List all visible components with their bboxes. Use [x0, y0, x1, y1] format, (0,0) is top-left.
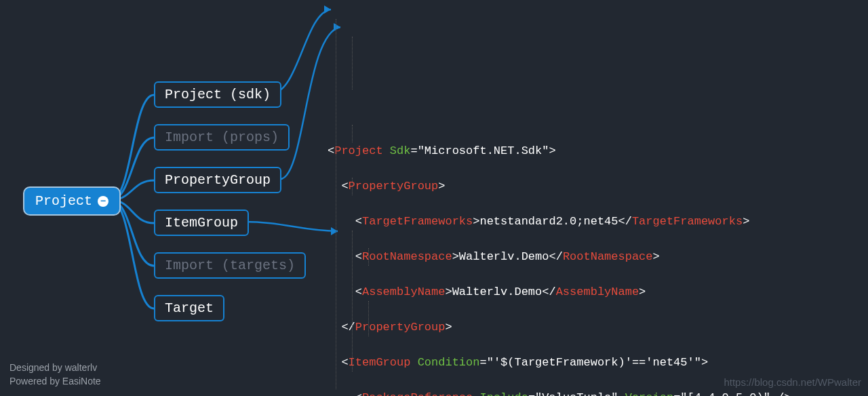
code-line: <AssemblyName>Walterlv.Demo</AssemblyNam…	[328, 283, 805, 301]
watermark-url: https://blog.csdn.net/WPwalter	[724, 376, 861, 388]
code-line: <RootNamespace>Walterlv.Demo</RootNamesp…	[328, 248, 805, 266]
node-import-props[interactable]: Import (props)	[154, 124, 290, 151]
xml-code-block: <Project Sdk="Microsoft.NET.Sdk"> <Prope…	[328, 1, 805, 396]
code-line: </PropertyGroup>	[328, 319, 805, 336]
root-node-project[interactable]: Project −	[23, 186, 121, 216]
footer-line1: Designed by walterlv	[9, 361, 101, 374]
code-line: <Project Sdk="Microsoft.NET.Sdk">	[328, 142, 805, 160]
node-itemgroup[interactable]: ItemGroup	[154, 210, 249, 236]
footer-credits: Designed by walterlv Powered by EasiNote	[9, 361, 101, 388]
node-import-targets[interactable]: Import (targets)	[154, 252, 306, 279]
node-target[interactable]: Target	[154, 295, 224, 321]
code-line: <PackageReference Include="ValueTuple" V…	[328, 389, 805, 396]
footer-line2: Powered by EasiNote	[9, 374, 101, 388]
node-project-sdk[interactable]: Project (sdk)	[154, 81, 281, 108]
code-line: <TargetFrameworks>netstandard2.0;net45</…	[328, 213, 805, 231]
code-line: <PropertyGroup>	[328, 178, 805, 195]
root-label: Project	[35, 193, 92, 209]
node-propertygroup[interactable]: PropertyGroup	[154, 167, 281, 193]
collapse-icon[interactable]: −	[98, 196, 108, 207]
code-line: <ItemGroup Condition="'$(TargetFramework…	[328, 354, 805, 372]
